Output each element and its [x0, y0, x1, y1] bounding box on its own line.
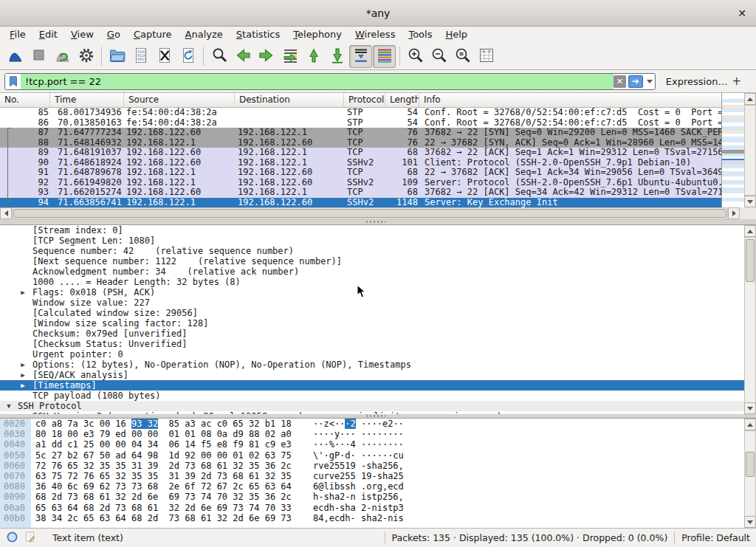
menu-item-tools[interactable]: Tools — [402, 27, 439, 42]
details-scrollbar-thumb[interactable] — [746, 239, 755, 282]
hex-row-00a0[interactable]: 00a065 63 64 68 2d 73 68 61 32 2d 6e 69 … — [0, 503, 756, 513]
capture-stop-button[interactable] — [27, 45, 50, 68]
hex-row-0070[interactable]: 007063 75 72 76 65 32 35 35 31 39 2d 73 … — [0, 471, 756, 481]
column-header-no[interactable]: No. — [0, 93, 50, 108]
column-header-length[interactable]: Length — [385, 93, 419, 108]
hex-row-00b0[interactable]: 00b038 34 2c 65 63 64 68 2d 73 68 61 32 … — [0, 513, 756, 523]
scroll-down-button[interactable] — [744, 196, 756, 207]
expander-closed-icon[interactable]: ▶ — [18, 287, 27, 297]
column-header-info[interactable]: Info — [419, 93, 744, 108]
go-back-button[interactable] — [231, 45, 254, 68]
expander-closed-icon[interactable]: ▶ — [18, 370, 27, 380]
go-forward-button[interactable] — [255, 45, 278, 68]
file-save-button[interactable]: 010101100011 — [129, 45, 152, 68]
detail-line[interactable]: [Stream index: 0] — [0, 225, 744, 235]
apply-filter-button[interactable]: ➔ — [628, 75, 643, 88]
hex-row-0060[interactable]: 006072 76 65 32 35 35 31 39 2d 73 68 61 … — [0, 461, 756, 471]
packet-row-85[interactable]: 8568.001734936fe:54:00:d4:38:2aSTP54Conf… — [0, 108, 721, 118]
bytes-scroll-up-button[interactable] — [744, 419, 756, 430]
file-open-button[interactable] — [106, 45, 128, 68]
bytes-scrollbar-trough[interactable] — [744, 430, 756, 517]
bytes-scrollbar-thumb[interactable] — [746, 452, 755, 477]
file-close-button[interactable] — [153, 45, 176, 68]
detail-line[interactable]: [Checksum Status: Unverified] — [0, 339, 744, 349]
filter-bookmark-icon[interactable] — [5, 74, 21, 89]
detail-line[interactable]: ▶[Timestamps] — [0, 380, 744, 391]
details-scroll-down-button[interactable] — [744, 402, 756, 414]
packet-row-88[interactable]: 8871.648146932192.168.122.1192.168.122.6… — [0, 138, 721, 148]
display-filter-entry[interactable]: !tcp.port == 22 ✕ ➔ — [4, 73, 656, 90]
go-to-packet-button[interactable] — [278, 45, 301, 68]
go-first-button[interactable] — [302, 45, 325, 68]
resize-columns-button[interactable] — [475, 45, 498, 68]
menu-item-file[interactable]: File — [3, 27, 32, 42]
detail-line[interactable]: Acknowledgment number: 34 (relative ack … — [0, 266, 744, 277]
menu-item-go[interactable]: Go — [100, 27, 127, 42]
horizontal-scrollbar[interactable] — [0, 207, 740, 219]
packet-row-93[interactable]: 9371.662015274192.168.122.60192.168.122.… — [0, 188, 721, 198]
menu-item-capture[interactable]: Capture — [127, 27, 179, 42]
hex-row-0090[interactable]: 009068 2d 73 68 61 32 2d 6e 69 73 74 70 … — [0, 492, 756, 502]
menu-item-analyze[interactable]: Analyze — [179, 27, 230, 42]
column-header-destination[interactable]: Destination — [235, 93, 344, 108]
scroll-right-button[interactable] — [728, 207, 740, 219]
menu-item-telephony[interactable]: Telephony — [286, 27, 348, 42]
packet-list-minimap-scrollbar[interactable] — [721, 93, 744, 207]
display-filter-input[interactable]: !tcp.port == 22 — [21, 74, 614, 89]
expert-info-icon[interactable] — [6, 531, 18, 546]
menu-item-help[interactable]: Help — [439, 27, 474, 42]
find-packet-button[interactable] — [207, 45, 230, 68]
packet-row-86[interactable]: 8670.013850163fe:54:00:d4:38:2aSTP54Conf… — [0, 118, 721, 128]
hex-row-0040[interactable]: 0040a1 dd c1 25 00 00 04 34 06 14 f5 e8 … — [0, 439, 756, 450]
colorize-button[interactable] — [373, 45, 396, 68]
packet-row-90[interactable]: 9071.648618924192.168.122.60192.168.122.… — [0, 158, 721, 168]
go-last-button[interactable] — [326, 45, 348, 68]
details-scrollbar-trough[interactable] — [744, 237, 756, 403]
hex-row-0050[interactable]: 00505c 27 b2 67 50 ad 64 98 1d 92 00 00 … — [0, 450, 756, 461]
file-reload-button[interactable] — [176, 45, 199, 68]
capture-options-button[interactable] — [75, 45, 97, 68]
close-window-button[interactable]: ✕ — [734, 5, 750, 21]
zoom-out-button[interactable] — [427, 45, 450, 68]
horizontal-scrollbar-trough[interactable] — [12, 207, 728, 219]
title-bar[interactable]: *any ✕ — [0, 0, 756, 27]
hex-row-0080[interactable]: 008036 40 6c 69 62 73 73 68 2e 6f 72 67 … — [0, 481, 756, 492]
bytes-scroll-down-button[interactable] — [744, 516, 756, 528]
packet-row-87[interactable]: 8771.647777234192.168.122.60192.168.122.… — [0, 128, 721, 138]
scroll-left-button[interactable] — [0, 207, 12, 219]
expander-open-icon[interactable]: ▼ — [4, 401, 13, 411]
column-header-protocol[interactable]: Protocol — [344, 93, 385, 108]
capture-start-button[interactable] — [4, 45, 27, 68]
profile-button[interactable]: Profile: Default — [681, 532, 750, 543]
scroll-up-button[interactable] — [744, 93, 756, 105]
capture-restart-button[interactable] — [51, 45, 74, 68]
add-filter-button[interactable]: + — [727, 75, 746, 88]
detail-line[interactable]: [Calculated window size: 29056] — [0, 308, 744, 318]
detail-line[interactable]: [Next sequence number: 1122 (relative se… — [0, 256, 744, 266]
detail-line[interactable]: ▶Options: (12 bytes), No-Operation (NOP)… — [0, 359, 744, 370]
clear-filter-button[interactable]: ✕ — [614, 75, 626, 88]
details-scroll-up-button[interactable] — [744, 225, 756, 237]
detail-line[interactable]: [Window size scaling factor: 128] — [0, 318, 744, 328]
detail-line[interactable]: TCP payload (1080 bytes) — [0, 391, 744, 401]
column-header-source[interactable]: Source — [124, 93, 235, 108]
detail-line[interactable]: [TCP Segment Len: 1080] — [0, 235, 744, 246]
packet-row-91[interactable]: 9171.648789678192.168.122.1192.168.122.6… — [0, 168, 721, 178]
capture-comment-icon[interactable] — [24, 531, 36, 545]
column-header-time[interactable]: Time — [50, 93, 124, 108]
menu-item-edit[interactable]: Edit — [32, 27, 64, 42]
filter-history-dropdown[interactable] — [645, 74, 655, 89]
vertical-scrollbar-trough[interactable] — [744, 105, 756, 196]
detail-line[interactable]: Window size value: 227 — [0, 297, 744, 308]
zoom-100-button[interactable] — [451, 45, 474, 68]
hex-row-0020[interactable]: 0020c0 a8 7a 3c 00 16 93 32 85 a3 ac c0 … — [0, 419, 756, 429]
zoom-in-button[interactable] — [404, 45, 427, 68]
packet-row-89[interactable]: 8971.648191037192.168.122.60192.168.122.… — [0, 148, 721, 158]
menu-item-wireless[interactable]: Wireless — [348, 27, 402, 42]
horizontal-scrollbar-thumb[interactable] — [13, 209, 726, 218]
expander-closed-icon[interactable]: ▶ — [18, 380, 27, 391]
detail-line[interactable]: Sequence number: 42 (relative sequence n… — [0, 246, 744, 256]
detail-line[interactable]: Urgent pointer: 0 — [0, 349, 744, 359]
detail-line[interactable]: Checksum: 0x79ed [unverified] — [0, 328, 744, 339]
pane-splitter-top[interactable] — [0, 219, 756, 224]
